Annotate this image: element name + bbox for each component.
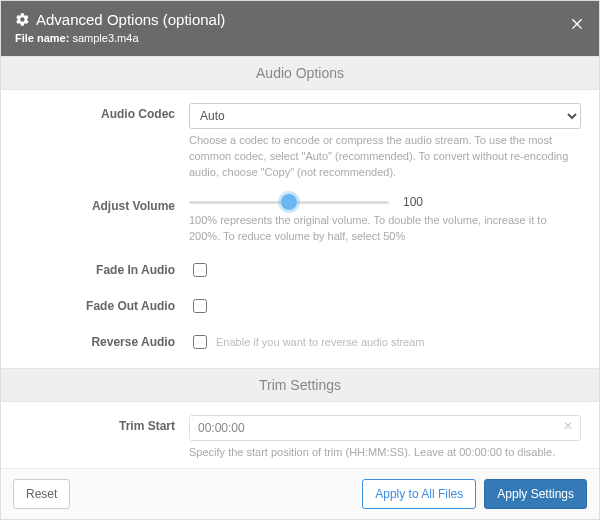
trim-start-help: Specify the start position of trim (HH:M… — [189, 445, 581, 461]
fade-in-row: Fade In Audio — [19, 252, 581, 288]
close-icon — [569, 15, 585, 31]
fade-out-label: Fade Out Audio — [19, 295, 189, 317]
reverse-audio-hint: Enable if you want to reverse audio stre… — [216, 331, 425, 353]
reverse-audio-label: Reverse Audio — [19, 331, 189, 353]
volume-slider[interactable] — [189, 195, 389, 209]
trim-start-input[interactable] — [189, 415, 581, 441]
trim-settings-section: Trim Start ✕ Specify the start position … — [1, 402, 599, 468]
audio-options-section: Audio Codec Auto Choose a codec to encod… — [1, 90, 599, 368]
file-name-line: File name: sample3.m4a — [15, 32, 225, 44]
reset-button[interactable]: Reset — [13, 479, 70, 509]
audio-codec-label: Audio Codec — [19, 103, 189, 125]
modal-header: Advanced Options (optional) File name: s… — [1, 1, 599, 56]
apply-settings-button[interactable]: Apply Settings — [484, 479, 587, 509]
fade-in-checkbox[interactable] — [193, 263, 207, 277]
fade-in-label: Fade In Audio — [19, 259, 189, 281]
slider-thumb[interactable] — [281, 194, 297, 210]
trim-start-clear-icon[interactable]: ✕ — [563, 419, 573, 433]
adjust-volume-label: Adjust Volume — [19, 195, 189, 217]
gear-icon — [15, 12, 30, 27]
modal-title: Advanced Options (optional) — [36, 11, 225, 28]
adjust-volume-row: Adjust Volume 100 100% represents the or… — [19, 188, 581, 252]
apply-all-button[interactable]: Apply to All Files — [362, 479, 476, 509]
advanced-options-modal: Advanced Options (optional) File name: s… — [0, 0, 600, 520]
trim-start-label: Trim Start — [19, 415, 189, 437]
file-name-label: File name: — [15, 32, 69, 44]
reverse-audio-row: Reverse Audio Enable if you want to reve… — [19, 324, 581, 360]
adjust-volume-help: 100% represents the original volume. To … — [189, 213, 581, 245]
close-button[interactable] — [569, 11, 585, 31]
trim-start-row: Trim Start ✕ Specify the start position … — [19, 408, 581, 468]
audio-codec-help: Choose a codec to encode or compress the… — [189, 133, 581, 181]
modal-body: Audio Options Audio Codec Auto Choose a … — [1, 56, 599, 468]
modal-footer: Reset Apply to All Files Apply Settings — [1, 468, 599, 519]
fade-out-row: Fade Out Audio — [19, 288, 581, 324]
file-name-value: sample3.m4a — [72, 32, 138, 44]
audio-options-heading: Audio Options — [1, 56, 599, 90]
fade-out-checkbox[interactable] — [193, 299, 207, 313]
trim-settings-heading: Trim Settings — [1, 368, 599, 402]
audio-codec-select[interactable]: Auto — [189, 103, 581, 129]
reverse-audio-checkbox[interactable] — [193, 335, 207, 349]
audio-codec-row: Audio Codec Auto Choose a codec to encod… — [19, 96, 581, 188]
volume-value: 100 — [403, 195, 423, 209]
